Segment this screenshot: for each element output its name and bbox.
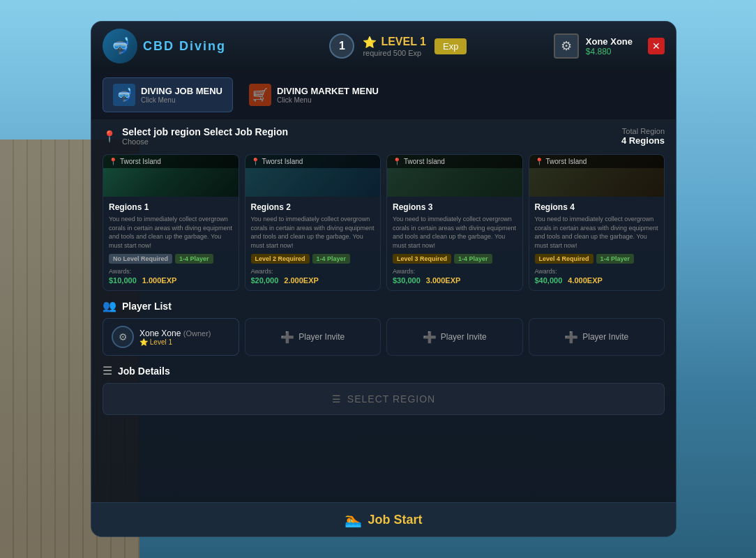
diving-job-icon: 🤿 [113,84,135,106]
level-badge-2: Level 2 Required [251,254,310,264]
logo-area: 🤿 CBD Diving [103,29,226,63]
location-pin-icon: 📍 [109,158,117,165]
player-slot-owner: ⚙ Xone Xone (Owner) ⭐ Level 1 [103,318,239,356]
region-cards: 📍 Tworst Island Regions 1 You need to im… [103,154,665,291]
card-name-1: Regions 1 [109,202,233,212]
invite-slot-2[interactable]: ➕ Player Invite [386,318,523,356]
player-avatar-icon: ⚙ [554,33,579,59]
job-details-header: ☰ Job Details [103,364,665,377]
level-badge-3: Level 3 Required [393,254,451,264]
invite-slot-3[interactable]: ➕ Player Invite [529,318,665,356]
player-info: Xone Xone $4.880 [586,36,633,56]
diving-job-title: DIVING JOB MENU [141,86,222,96]
card-location-3: 📍 Tworst Island [387,155,522,168]
card-name-4: Regions 4 [535,202,659,212]
diving-job-text: DIVING JOB MENU Click Menu [141,86,222,104]
invite-text-2: Player Invite [441,332,487,342]
card-desc-2: You need to immediately collect overgrow… [251,215,375,250]
diving-market-sub: Click Menu [277,96,379,104]
tab-diving-job[interactable]: 🤿 DIVING JOB MENU Click Menu [103,77,233,112]
player-list-section: 👥 Player List ⚙ Xone Xone (Owner) ⭐ Leve… [103,299,665,356]
region-title: Select job region Select Job Region [122,126,288,137]
card-image-2: 📍 Tworst Island [245,155,381,197]
level-badge-1: No Level Required [109,254,172,264]
diving-market-icon: 🛒 [249,84,271,106]
region-title-area: 📍 Select job region Select Job Region Ch… [103,126,288,146]
select-region-button[interactable]: ☰ SELECT REGION [103,383,665,415]
card-image-3: 📍 Tworst Island [387,155,522,197]
player-badge-1: 1-4 Player [175,254,213,264]
owner-avatar: ⚙ [112,326,134,348]
map-icon: 📍 [103,130,116,143]
player-name: Xone Xone [586,36,633,47]
location-pin-icon-2: 📍 [251,158,259,165]
owner-level: ⭐ Level 1 [139,338,211,346]
card-location-1: 📍 Tworst Island [103,155,239,168]
player-list-header: 👥 Player List [103,299,665,312]
card-desc-1: You need to immediately collect overgrow… [109,215,233,250]
region-card-3[interactable]: 📍 Tworst Island Regions 3 You need to im… [386,154,523,291]
level-info: ⭐ LEVEL 1 required 500 Exp [363,36,426,57]
level-badge-num: 1 [329,33,354,59]
exp-button[interactable]: Exp [434,38,467,54]
card-awards-3: Awards: $30,000 3.000EXP [393,268,517,285]
job-start-icon: 🏊 [345,511,362,528]
level-badge-4: Level 4 Required [535,254,594,264]
location-pin-icon-3: 📍 [393,158,401,165]
close-button[interactable]: ✕ [648,38,665,54]
player-badge-4: 1-4 Player [596,254,635,264]
award-money-2: $20,000 [251,276,279,285]
job-start-button[interactable]: 🏊 Job Start [345,511,422,528]
card-badges-1: No Level Required 1-4 Player [109,254,233,264]
region-header: 📍 Select job region Select Job Region Ch… [103,126,665,146]
select-region-icon: ☰ [332,393,342,405]
invite-plus-icon-3: ➕ [564,331,578,344]
diving-job-sub: Click Menu [141,96,222,104]
card-desc-3: You need to immediately collect overgrow… [393,215,517,250]
level-star-icon: ⭐ [363,36,377,49]
player-section: ⚙ Xone Xone $4.880 ✕ [554,33,665,59]
invite-plus-icon-2: ➕ [423,331,437,344]
job-details-section: ☰ Job Details ☰ SELECT REGION [103,364,665,415]
diver-icon: 🤿 [111,37,130,55]
card-badges-3: Level 3 Required 1-4 Player [393,254,517,264]
invite-text-3: Player Invite [582,332,628,342]
region-card-2[interactable]: 📍 Tworst Island Regions 2 You need to im… [245,154,381,291]
owner-name: Xone Xone (Owner) [139,329,211,338]
level-title: ⭐ LEVEL 1 [363,36,426,49]
job-details-title: Job Details [118,365,170,377]
card-location-4: 📍 Tworst Island [529,155,665,168]
invite-plus-icon-1: ➕ [280,331,294,344]
level-section: 1 ⭐ LEVEL 1 required 500 Exp Exp [243,33,554,59]
level-required: required 500 Exp [363,49,426,57]
card-awards-2: Awards: $20,000 2.000EXP [251,268,375,285]
award-money-1: $10,000 [109,276,137,285]
region-card-4[interactable]: 📍 Tworst Island Regions 4 You need to im… [529,154,665,291]
player-badge-3: 1-4 Player [454,254,492,264]
award-money-3: $30,000 [393,276,421,285]
card-badges-4: Level 4 Required 1-4 Player [535,254,659,264]
invite-text-1: Player Invite [298,332,345,342]
job-details-icon: ☰ [103,364,112,377]
award-exp-2: 2.000EXP [284,276,319,285]
card-awards-1: Awards: $10,000 1.000EXP [109,268,233,285]
player-slots: ⚙ Xone Xone (Owner) ⭐ Level 1 ➕ Player I… [103,318,665,356]
logo-icon: 🤿 [103,29,137,63]
tab-diving-market[interactable]: 🛒 DIVING MARKET MENU Click Menu [239,77,389,112]
card-image-1: 📍 Tworst Island [103,155,239,197]
card-desc-4: You need to immediately collect overgrow… [535,215,659,250]
card-badges-2: Level 2 Required 1-4 Player [251,254,375,264]
invite-slot-1[interactable]: ➕ Player Invite [245,318,381,356]
player-money: $4.880 [586,47,633,56]
logo-cbd: CBD Diving [143,39,226,54]
region-card-1[interactable]: 📍 Tworst Island Regions 1 You need to im… [103,154,239,291]
footer: 🏊 Job Start [91,502,676,536]
menu-tabs: 🤿 DIVING JOB MENU Click Menu 🛒 DIVING MA… [91,70,676,119]
diving-market-title: DIVING MARKET MENU [277,86,379,96]
diving-market-text: DIVING MARKET MENU Click Menu [277,86,379,104]
total-region: Total Region 4 Regions [621,127,665,146]
players-icon: 👥 [103,299,116,312]
card-awards-4: Awards: $40,000 4.000EXP [535,268,659,285]
logo-text: CBD Diving [143,39,226,54]
award-exp-4: 4.000EXP [568,276,603,285]
